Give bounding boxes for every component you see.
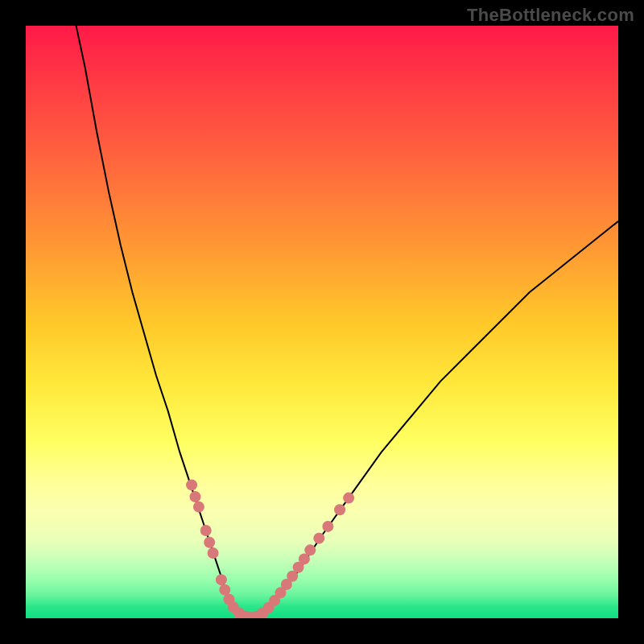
chart-marker [208,547,219,559]
chart-markers-group [186,479,354,618]
chart-frame: TheBottleneck.com [0,0,644,644]
chart-marker [304,544,316,555]
watermark-text: TheBottleneck.com [467,5,634,26]
chart-marker [322,521,333,532]
chart-marker [200,525,212,536]
chart-marker [216,574,227,585]
chart-marker [204,537,215,548]
chart-svg [26,26,618,618]
chart-marker [186,479,197,490]
chart-marker [193,502,204,513]
chart-marker [343,493,354,504]
chart-marker [313,533,324,544]
chart-marker [190,491,201,502]
chart-marker [334,504,345,515]
chart-curve [76,26,618,618]
chart-plot-area [26,26,618,618]
